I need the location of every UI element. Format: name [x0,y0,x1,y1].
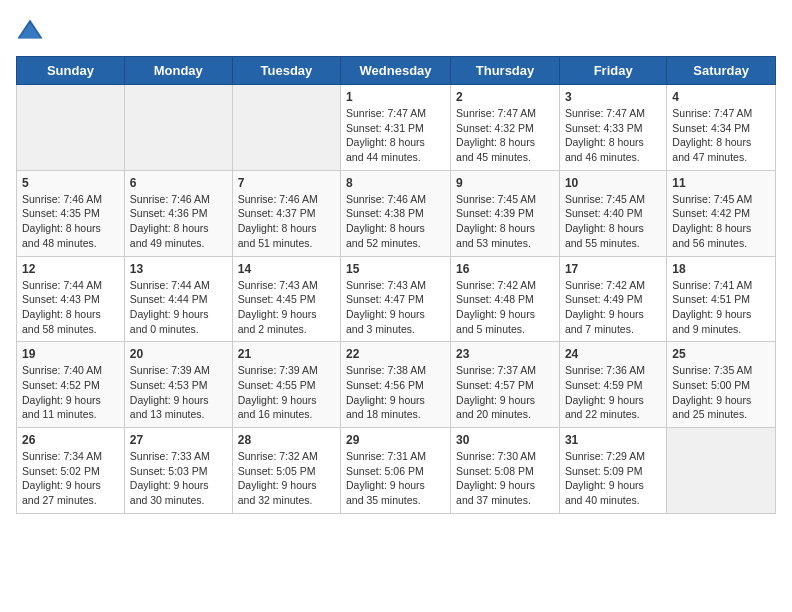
calendar-week-4: 19Sunrise: 7:40 AMSunset: 4:52 PMDayligh… [17,342,776,428]
day-header-thursday: Thursday [451,57,560,85]
day-number: 3 [565,90,661,104]
day-number: 22 [346,347,445,361]
day-number: 29 [346,433,445,447]
calendar-cell: 9Sunrise: 7:45 AMSunset: 4:39 PMDaylight… [451,170,560,256]
day-header-tuesday: Tuesday [232,57,340,85]
day-number: 4 [672,90,770,104]
calendar-cell: 6Sunrise: 7:46 AMSunset: 4:36 PMDaylight… [124,170,232,256]
day-info: Sunrise: 7:43 AMSunset: 4:45 PMDaylight:… [238,278,335,337]
day-info: Sunrise: 7:45 AMSunset: 4:42 PMDaylight:… [672,192,770,251]
calendar-cell: 11Sunrise: 7:45 AMSunset: 4:42 PMDayligh… [667,170,776,256]
day-number: 12 [22,262,119,276]
day-info: Sunrise: 7:45 AMSunset: 4:39 PMDaylight:… [456,192,554,251]
day-number: 20 [130,347,227,361]
calendar-cell: 14Sunrise: 7:43 AMSunset: 4:45 PMDayligh… [232,256,340,342]
calendar-cell [667,428,776,514]
calendar-cell: 7Sunrise: 7:46 AMSunset: 4:37 PMDaylight… [232,170,340,256]
day-info: Sunrise: 7:46 AMSunset: 4:36 PMDaylight:… [130,192,227,251]
day-info: Sunrise: 7:47 AMSunset: 4:34 PMDaylight:… [672,106,770,165]
calendar-cell: 27Sunrise: 7:33 AMSunset: 5:03 PMDayligh… [124,428,232,514]
day-number: 15 [346,262,445,276]
calendar-week-5: 26Sunrise: 7:34 AMSunset: 5:02 PMDayligh… [17,428,776,514]
day-number: 13 [130,262,227,276]
calendar-week-3: 12Sunrise: 7:44 AMSunset: 4:43 PMDayligh… [17,256,776,342]
day-info: Sunrise: 7:30 AMSunset: 5:08 PMDaylight:… [456,449,554,508]
calendar-cell: 28Sunrise: 7:32 AMSunset: 5:05 PMDayligh… [232,428,340,514]
day-number: 14 [238,262,335,276]
calendar-cell: 13Sunrise: 7:44 AMSunset: 4:44 PMDayligh… [124,256,232,342]
day-number: 31 [565,433,661,447]
day-number: 8 [346,176,445,190]
page-header [16,16,776,44]
day-number: 30 [456,433,554,447]
day-info: Sunrise: 7:42 AMSunset: 4:49 PMDaylight:… [565,278,661,337]
day-info: Sunrise: 7:47 AMSunset: 4:33 PMDaylight:… [565,106,661,165]
calendar-cell: 30Sunrise: 7:30 AMSunset: 5:08 PMDayligh… [451,428,560,514]
day-header-sunday: Sunday [17,57,125,85]
calendar-cell: 29Sunrise: 7:31 AMSunset: 5:06 PMDayligh… [341,428,451,514]
day-number: 9 [456,176,554,190]
calendar-cell: 2Sunrise: 7:47 AMSunset: 4:32 PMDaylight… [451,85,560,171]
day-info: Sunrise: 7:36 AMSunset: 4:59 PMDaylight:… [565,363,661,422]
day-info: Sunrise: 7:47 AMSunset: 4:32 PMDaylight:… [456,106,554,165]
calendar-cell: 4Sunrise: 7:47 AMSunset: 4:34 PMDaylight… [667,85,776,171]
day-info: Sunrise: 7:46 AMSunset: 4:35 PMDaylight:… [22,192,119,251]
day-number: 1 [346,90,445,104]
calendar-table: SundayMondayTuesdayWednesdayThursdayFrid… [16,56,776,514]
day-number: 25 [672,347,770,361]
day-number: 6 [130,176,227,190]
day-info: Sunrise: 7:45 AMSunset: 4:40 PMDaylight:… [565,192,661,251]
calendar-cell: 21Sunrise: 7:39 AMSunset: 4:55 PMDayligh… [232,342,340,428]
day-number: 5 [22,176,119,190]
day-number: 19 [22,347,119,361]
day-info: Sunrise: 7:43 AMSunset: 4:47 PMDaylight:… [346,278,445,337]
day-info: Sunrise: 7:37 AMSunset: 4:57 PMDaylight:… [456,363,554,422]
calendar-cell: 5Sunrise: 7:46 AMSunset: 4:35 PMDaylight… [17,170,125,256]
calendar-cell: 8Sunrise: 7:46 AMSunset: 4:38 PMDaylight… [341,170,451,256]
calendar-header-row: SundayMondayTuesdayWednesdayThursdayFrid… [17,57,776,85]
day-number: 16 [456,262,554,276]
day-number: 21 [238,347,335,361]
day-info: Sunrise: 7:44 AMSunset: 4:43 PMDaylight:… [22,278,119,337]
calendar-cell: 3Sunrise: 7:47 AMSunset: 4:33 PMDaylight… [559,85,666,171]
day-info: Sunrise: 7:46 AMSunset: 4:38 PMDaylight:… [346,192,445,251]
calendar-cell: 26Sunrise: 7:34 AMSunset: 5:02 PMDayligh… [17,428,125,514]
day-info: Sunrise: 7:44 AMSunset: 4:44 PMDaylight:… [130,278,227,337]
calendar-cell: 23Sunrise: 7:37 AMSunset: 4:57 PMDayligh… [451,342,560,428]
day-info: Sunrise: 7:35 AMSunset: 5:00 PMDaylight:… [672,363,770,422]
day-number: 10 [565,176,661,190]
logo-icon [16,16,44,44]
calendar-cell [17,85,125,171]
calendar-cell: 15Sunrise: 7:43 AMSunset: 4:47 PMDayligh… [341,256,451,342]
calendar-cell: 31Sunrise: 7:29 AMSunset: 5:09 PMDayligh… [559,428,666,514]
day-header-wednesday: Wednesday [341,57,451,85]
calendar-cell: 1Sunrise: 7:47 AMSunset: 4:31 PMDaylight… [341,85,451,171]
calendar-cell: 24Sunrise: 7:36 AMSunset: 4:59 PMDayligh… [559,342,666,428]
day-info: Sunrise: 7:39 AMSunset: 4:53 PMDaylight:… [130,363,227,422]
calendar-cell: 12Sunrise: 7:44 AMSunset: 4:43 PMDayligh… [17,256,125,342]
day-info: Sunrise: 7:41 AMSunset: 4:51 PMDaylight:… [672,278,770,337]
calendar-cell: 22Sunrise: 7:38 AMSunset: 4:56 PMDayligh… [341,342,451,428]
day-info: Sunrise: 7:42 AMSunset: 4:48 PMDaylight:… [456,278,554,337]
day-info: Sunrise: 7:38 AMSunset: 4:56 PMDaylight:… [346,363,445,422]
day-info: Sunrise: 7:39 AMSunset: 4:55 PMDaylight:… [238,363,335,422]
calendar-cell [232,85,340,171]
day-number: 26 [22,433,119,447]
calendar-week-2: 5Sunrise: 7:46 AMSunset: 4:35 PMDaylight… [17,170,776,256]
day-number: 24 [565,347,661,361]
day-header-monday: Monday [124,57,232,85]
logo [16,16,48,44]
day-info: Sunrise: 7:47 AMSunset: 4:31 PMDaylight:… [346,106,445,165]
day-number: 11 [672,176,770,190]
day-number: 23 [456,347,554,361]
day-number: 28 [238,433,335,447]
day-info: Sunrise: 7:29 AMSunset: 5:09 PMDaylight:… [565,449,661,508]
day-header-friday: Friday [559,57,666,85]
day-number: 18 [672,262,770,276]
calendar-cell: 16Sunrise: 7:42 AMSunset: 4:48 PMDayligh… [451,256,560,342]
day-info: Sunrise: 7:32 AMSunset: 5:05 PMDaylight:… [238,449,335,508]
calendar-week-1: 1Sunrise: 7:47 AMSunset: 4:31 PMDaylight… [17,85,776,171]
day-info: Sunrise: 7:46 AMSunset: 4:37 PMDaylight:… [238,192,335,251]
day-number: 17 [565,262,661,276]
day-number: 7 [238,176,335,190]
